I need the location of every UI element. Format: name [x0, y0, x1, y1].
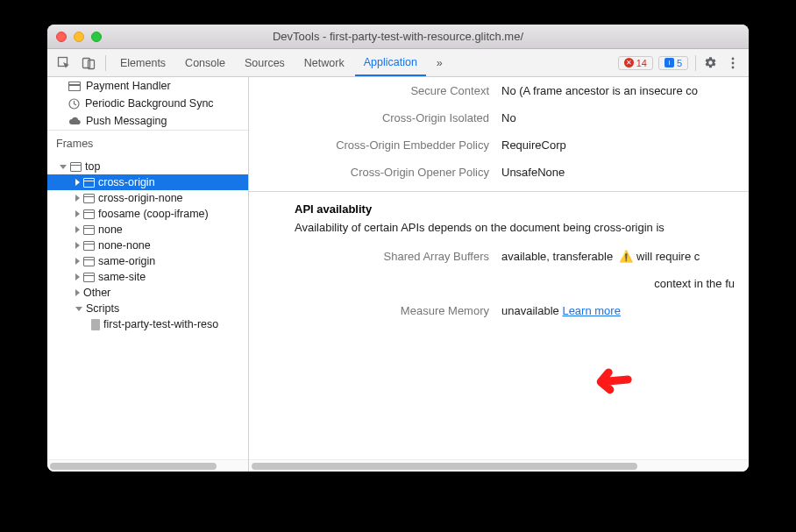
- svg-rect-7: [69, 84, 81, 86]
- prop-value: UnsafeNone: [501, 166, 735, 179]
- tree-item-label: same-origin: [98, 255, 155, 267]
- tree-item-label: none: [98, 223, 123, 236]
- settings-button[interactable]: [700, 56, 721, 69]
- tree-item-label: cross-origin: [98, 176, 155, 188]
- info-count: 5: [677, 58, 682, 68]
- clock-icon: [68, 98, 80, 110]
- cloud-icon: [68, 117, 81, 125]
- inspect-icon[interactable]: [53, 53, 75, 73]
- chevron-right-icon: [75, 226, 80, 233]
- tree-item-label: foosame (coop-iframe): [98, 208, 209, 220]
- titlebar: DevTools - first-party-test-with-resourc…: [47, 25, 749, 49]
- measure-memory-status: unavailable: [501, 304, 559, 317]
- sidebar: Payment Handler Periodic Background Sync…: [47, 77, 249, 472]
- tree-item-label: cross-origin-none: [98, 192, 183, 204]
- gear-icon: [704, 56, 717, 69]
- prop-cross-origin-isolated: Cross-Origin Isolated No: [249, 104, 749, 131]
- frame-icon: [83, 194, 95, 203]
- prop-label: Cross-Origin Embedder Policy: [263, 138, 489, 152]
- prop-value: RequireCorp: [501, 138, 735, 152]
- info-icon: i: [665, 58, 674, 67]
- prop-shared-array-buffers-line2: context in the fu: [249, 270, 749, 297]
- sidebar-item-payment-handler[interactable]: Payment Handler: [47, 77, 248, 95]
- chevron-right-icon: [75, 242, 80, 249]
- api-availability-title: API availablity: [249, 192, 749, 219]
- frame-icon: [83, 273, 95, 282]
- tree-item-none-none[interactable]: none-none: [47, 238, 248, 253]
- tab-more[interactable]: »: [428, 49, 451, 76]
- info-badge[interactable]: i 5: [658, 56, 688, 70]
- frames-section-header: Frames: [47, 130, 248, 155]
- tree-item-label: Other: [83, 287, 110, 299]
- scrollbar-thumb[interactable]: [252, 463, 637, 470]
- sab-warning: ⚠️ will require c: [619, 250, 700, 263]
- kebab-icon: [731, 57, 735, 69]
- prop-coep: Cross-Origin Embedder Policy RequireCorp: [249, 131, 749, 159]
- kebab-menu-button[interactable]: [722, 57, 743, 69]
- frame-icon: [83, 209, 95, 219]
- window-title: DevTools - first-party-test-with-resourc…: [47, 30, 749, 43]
- tree-item-cross-origin[interactable]: cross-origin: [47, 174, 248, 190]
- svg-point-5: [732, 66, 735, 68]
- tab-network[interactable]: Network: [295, 49, 353, 76]
- tree-item-label: none-none: [98, 239, 151, 252]
- tree-item-none[interactable]: none: [47, 222, 248, 238]
- tree-item-script-file[interactable]: first-party-test-with-reso: [47, 316, 248, 332]
- prop-value: No (A frame ancestor is an insecure co: [501, 84, 735, 97]
- error-icon: ✕: [624, 58, 634, 67]
- chevron-right-icon: [75, 273, 80, 280]
- tree-item-label: top: [85, 160, 100, 173]
- prop-value: context in the fu: [501, 277, 735, 290]
- prop-secure-context: Secure Context No (A frame ancestor is a…: [249, 77, 749, 104]
- frame-icon: [83, 241, 95, 251]
- chevron-right-icon: [75, 289, 80, 296]
- learn-more-link[interactable]: Learn more: [562, 304, 620, 317]
- prop-shared-array-buffers: Shared Array Buffers available, transfer…: [249, 243, 749, 270]
- zoom-window-button[interactable]: [91, 32, 102, 42]
- scrollbar-thumb[interactable]: [50, 463, 217, 470]
- chevron-right-icon: [75, 210, 80, 217]
- sidebar-scrollbar[interactable]: [47, 459, 248, 472]
- tree-item-cross-origin-none[interactable]: cross-origin-none: [47, 190, 248, 206]
- tab-elements[interactable]: Elements: [111, 49, 174, 76]
- sab-status: available, transferable: [501, 250, 613, 263]
- sidebar-item-label: Payment Handler: [86, 80, 171, 92]
- prop-label: Cross-Origin Isolated: [263, 111, 489, 124]
- prop-measure-memory: Measure Memory unavailable Learn more: [249, 297, 749, 324]
- prop-value: available, transferable ⚠️ will require …: [501, 250, 735, 263]
- prop-label: Measure Memory: [263, 304, 489, 317]
- chevron-right-icon: [75, 258, 80, 265]
- tree-item-other[interactable]: Other: [47, 285, 248, 301]
- minimize-window-button[interactable]: [74, 32, 84, 42]
- tree-item-foosame[interactable]: foosame (coop-iframe): [47, 206, 248, 222]
- error-badge[interactable]: ✕ 14: [618, 56, 653, 70]
- tree-item-label: first-party-test-with-reso: [103, 318, 218, 330]
- tab-sources[interactable]: Sources: [236, 49, 294, 76]
- main-scrollbar[interactable]: [249, 459, 749, 472]
- chevron-down-icon: [60, 165, 67, 169]
- tree-item-scripts[interactable]: Scripts: [47, 301, 248, 316]
- prop-label: Secure Context: [263, 84, 489, 97]
- file-icon: [91, 319, 100, 330]
- svg-rect-6: [69, 82, 81, 90]
- tree-item-label: Scripts: [86, 302, 119, 315]
- chevron-right-icon: [75, 195, 80, 202]
- credit-card-icon: [68, 82, 81, 91]
- frame-icon: [83, 257, 95, 266]
- svg-point-3: [732, 57, 735, 60]
- sidebar-item-push-messaging[interactable]: Push Messaging: [47, 112, 248, 130]
- tab-console[interactable]: Console: [176, 49, 234, 76]
- tree-item-same-origin[interactable]: same-origin: [47, 253, 248, 269]
- tab-application[interactable]: Application: [355, 49, 426, 76]
- tree-item-same-site[interactable]: same-site: [47, 269, 248, 285]
- prop-label: Shared Array Buffers: [263, 250, 489, 263]
- chevron-down-icon: [75, 307, 82, 311]
- close-window-button[interactable]: [56, 32, 67, 42]
- api-availability-desc: Availability of certain APIs depends on …: [249, 219, 749, 243]
- device-mode-icon[interactable]: [77, 53, 100, 73]
- sidebar-item-periodic-bg-sync[interactable]: Periodic Background Sync: [47, 95, 248, 112]
- frame-icon: [83, 178, 95, 188]
- tree-item-top[interactable]: top: [47, 159, 248, 174]
- devtools-window: DevTools - first-party-test-with-resourc…: [47, 25, 749, 472]
- error-count: 14: [636, 58, 647, 68]
